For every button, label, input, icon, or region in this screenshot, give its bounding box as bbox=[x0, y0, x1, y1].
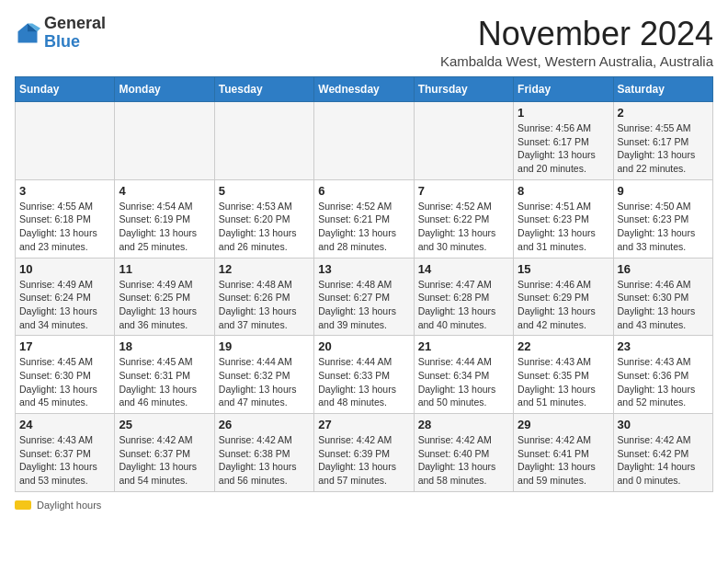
day-info: Sunrise: 4:52 AMSunset: 6:22 PMDaylight:… bbox=[418, 200, 509, 254]
calendar-header-saturday: Saturday bbox=[613, 77, 712, 102]
calendar-cell: 18Sunrise: 4:45 AMSunset: 6:31 PMDayligh… bbox=[115, 336, 214, 414]
calendar-cell bbox=[314, 102, 414, 180]
day-info: Sunrise: 4:42 AMSunset: 6:42 PMDaylight:… bbox=[618, 433, 709, 488]
day-info: Sunrise: 4:55 AMSunset: 6:18 PMDaylight:… bbox=[19, 200, 110, 254]
calendar-week-row: 10Sunrise: 4:49 AMSunset: 6:24 PMDayligh… bbox=[16, 258, 713, 336]
calendar-cell: 29Sunrise: 4:42 AMSunset: 6:41 PMDayligh… bbox=[514, 414, 613, 492]
day-info: Sunrise: 4:46 AMSunset: 6:30 PMDaylight:… bbox=[618, 278, 709, 332]
day-info: Sunrise: 4:54 AMSunset: 6:19 PMDaylight:… bbox=[119, 200, 210, 254]
day-number: 14 bbox=[418, 262, 509, 276]
calendar-cell: 24Sunrise: 4:43 AMSunset: 6:37 PMDayligh… bbox=[16, 414, 115, 492]
calendar-cell bbox=[414, 102, 513, 180]
logo-icon bbox=[15, 20, 40, 46]
day-number: 12 bbox=[219, 262, 310, 276]
day-number: 18 bbox=[119, 339, 210, 353]
day-number: 20 bbox=[318, 339, 409, 353]
day-number: 15 bbox=[518, 262, 609, 276]
day-info: Sunrise: 4:42 AMSunset: 6:37 PMDaylight:… bbox=[119, 433, 210, 488]
logo: General Blue bbox=[15, 15, 106, 52]
day-info: Sunrise: 4:45 AMSunset: 6:30 PMDaylight:… bbox=[19, 355, 110, 409]
day-number: 1 bbox=[518, 106, 609, 120]
footer-label: Daylight hours bbox=[37, 500, 101, 511]
calendar-cell: 25Sunrise: 4:42 AMSunset: 6:37 PMDayligh… bbox=[115, 414, 214, 492]
day-number: 26 bbox=[219, 418, 310, 431]
day-number: 2 bbox=[618, 106, 709, 120]
calendar-cell bbox=[214, 102, 313, 180]
header: General Blue November 2024 Kambalda West… bbox=[15, 15, 713, 69]
calendar-header-friday: Friday bbox=[514, 77, 613, 102]
day-info: Sunrise: 4:44 AMSunset: 6:32 PMDaylight:… bbox=[219, 355, 310, 409]
day-number: 21 bbox=[418, 339, 509, 353]
day-info: Sunrise: 4:49 AMSunset: 6:25 PMDaylight:… bbox=[119, 278, 210, 332]
day-info: Sunrise: 4:48 AMSunset: 6:27 PMDaylight:… bbox=[318, 278, 409, 332]
day-number: 30 bbox=[618, 418, 709, 431]
day-info: Sunrise: 4:44 AMSunset: 6:34 PMDaylight:… bbox=[418, 355, 509, 409]
month-title: November 2024 bbox=[440, 15, 713, 53]
day-info: Sunrise: 4:47 AMSunset: 6:28 PMDaylight:… bbox=[418, 278, 509, 332]
calendar-cell: 6Sunrise: 4:52 AMSunset: 6:21 PMDaylight… bbox=[314, 179, 414, 258]
calendar-cell: 22Sunrise: 4:43 AMSunset: 6:35 PMDayligh… bbox=[514, 336, 613, 414]
day-number: 4 bbox=[119, 184, 210, 198]
day-number: 7 bbox=[418, 184, 509, 198]
day-info: Sunrise: 4:49 AMSunset: 6:24 PMDaylight:… bbox=[19, 278, 110, 332]
calendar-cell: 28Sunrise: 4:42 AMSunset: 6:40 PMDayligh… bbox=[414, 414, 513, 492]
daylight-bar-icon bbox=[15, 500, 31, 510]
day-number: 3 bbox=[19, 184, 110, 198]
calendar-cell: 12Sunrise: 4:48 AMSunset: 6:26 PMDayligh… bbox=[214, 258, 313, 336]
calendar-cell: 7Sunrise: 4:52 AMSunset: 6:22 PMDaylight… bbox=[414, 179, 513, 258]
day-number: 24 bbox=[19, 418, 110, 431]
calendar-cell: 9Sunrise: 4:50 AMSunset: 6:23 PMDaylight… bbox=[613, 179, 712, 258]
day-number: 8 bbox=[518, 184, 609, 198]
calendar-cell: 17Sunrise: 4:45 AMSunset: 6:30 PMDayligh… bbox=[16, 336, 115, 414]
day-number: 13 bbox=[318, 262, 409, 276]
day-number: 10 bbox=[19, 262, 110, 276]
calendar-cell: 5Sunrise: 4:53 AMSunset: 6:20 PMDaylight… bbox=[214, 179, 313, 258]
day-number: 23 bbox=[618, 339, 709, 353]
title-area: November 2024 Kambalda West, Western Aus… bbox=[440, 15, 713, 69]
calendar-header-monday: Monday bbox=[115, 77, 214, 102]
day-number: 29 bbox=[518, 418, 609, 431]
day-number: 28 bbox=[418, 418, 509, 431]
day-info: Sunrise: 4:51 AMSunset: 6:23 PMDaylight:… bbox=[518, 200, 609, 254]
calendar-header-wednesday: Wednesday bbox=[314, 77, 414, 102]
day-info: Sunrise: 4:42 AMSunset: 6:41 PMDaylight:… bbox=[518, 433, 609, 488]
day-info: Sunrise: 4:42 AMSunset: 6:38 PMDaylight:… bbox=[219, 433, 310, 488]
calendar-cell: 21Sunrise: 4:44 AMSunset: 6:34 PMDayligh… bbox=[414, 336, 513, 414]
calendar-cell: 23Sunrise: 4:43 AMSunset: 6:36 PMDayligh… bbox=[613, 336, 712, 414]
day-number: 22 bbox=[518, 339, 609, 353]
calendar-cell: 4Sunrise: 4:54 AMSunset: 6:19 PMDaylight… bbox=[115, 179, 214, 258]
footer: Daylight hours bbox=[15, 500, 713, 511]
calendar-cell: 16Sunrise: 4:46 AMSunset: 6:30 PMDayligh… bbox=[613, 258, 712, 336]
day-info: Sunrise: 4:56 AMSunset: 6:17 PMDaylight:… bbox=[518, 121, 609, 176]
calendar: SundayMondayTuesdayWednesdayThursdayFrid… bbox=[15, 76, 713, 492]
day-info: Sunrise: 4:55 AMSunset: 6:17 PMDaylight:… bbox=[618, 121, 709, 176]
calendar-week-row: 3Sunrise: 4:55 AMSunset: 6:18 PMDaylight… bbox=[16, 179, 713, 258]
calendar-cell: 26Sunrise: 4:42 AMSunset: 6:38 PMDayligh… bbox=[214, 414, 313, 492]
day-info: Sunrise: 4:44 AMSunset: 6:33 PMDaylight:… bbox=[318, 355, 409, 409]
day-number: 19 bbox=[219, 339, 310, 353]
calendar-cell: 19Sunrise: 4:44 AMSunset: 6:32 PMDayligh… bbox=[214, 336, 313, 414]
calendar-week-row: 1Sunrise: 4:56 AMSunset: 6:17 PMDaylight… bbox=[16, 102, 713, 180]
day-number: 25 bbox=[119, 418, 210, 431]
calendar-cell: 11Sunrise: 4:49 AMSunset: 6:25 PMDayligh… bbox=[115, 258, 214, 336]
day-number: 6 bbox=[318, 184, 409, 198]
day-info: Sunrise: 4:45 AMSunset: 6:31 PMDaylight:… bbox=[119, 355, 210, 409]
calendar-header-tuesday: Tuesday bbox=[214, 77, 313, 102]
day-number: 16 bbox=[618, 262, 709, 276]
calendar-week-row: 24Sunrise: 4:43 AMSunset: 6:37 PMDayligh… bbox=[16, 414, 713, 492]
day-number: 5 bbox=[219, 184, 310, 198]
day-info: Sunrise: 4:48 AMSunset: 6:26 PMDaylight:… bbox=[219, 278, 310, 332]
calendar-cell: 20Sunrise: 4:44 AMSunset: 6:33 PMDayligh… bbox=[314, 336, 414, 414]
day-info: Sunrise: 4:43 AMSunset: 6:36 PMDaylight:… bbox=[618, 355, 709, 409]
calendar-header-sunday: Sunday bbox=[16, 77, 115, 102]
calendar-cell: 13Sunrise: 4:48 AMSunset: 6:27 PMDayligh… bbox=[314, 258, 414, 336]
day-number: 11 bbox=[119, 262, 210, 276]
calendar-cell: 2Sunrise: 4:55 AMSunset: 6:17 PMDaylight… bbox=[613, 102, 712, 180]
subtitle: Kambalda West, Western Australia, Austra… bbox=[440, 53, 713, 69]
day-info: Sunrise: 4:46 AMSunset: 6:29 PMDaylight:… bbox=[518, 278, 609, 332]
calendar-cell: 10Sunrise: 4:49 AMSunset: 6:24 PMDayligh… bbox=[16, 258, 115, 336]
day-number: 9 bbox=[618, 184, 709, 198]
day-info: Sunrise: 4:53 AMSunset: 6:20 PMDaylight:… bbox=[219, 200, 310, 254]
calendar-header-thursday: Thursday bbox=[414, 77, 513, 102]
calendar-cell: 1Sunrise: 4:56 AMSunset: 6:17 PMDaylight… bbox=[514, 102, 613, 180]
